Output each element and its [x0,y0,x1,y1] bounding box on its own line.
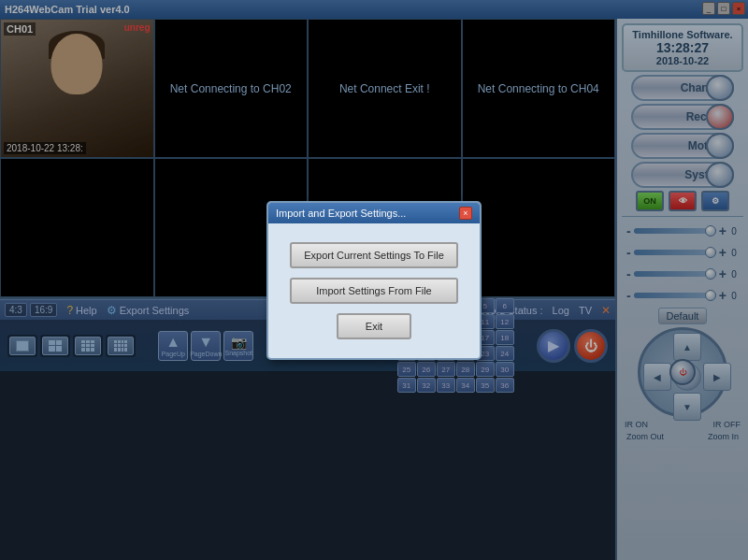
dialog-titlebar: Import and Export Settings... × [268,203,480,223]
dialog-close-button[interactable]: × [459,207,472,220]
exit-dialog-button[interactable]: Exit [337,313,411,339]
export-settings-button[interactable]: Export Current Settings To File [290,242,458,268]
dialog-body: Export Current Settings To File Import S… [268,223,480,358]
dialog-title: Import and Export Settings... [276,208,406,219]
import-settings-button[interactable]: Import Settings From File [290,278,458,304]
dialog-overlay: Import and Export Settings... × Export C… [0,0,748,560]
import-export-dialog: Import and Export Settings... × Export C… [266,201,482,360]
